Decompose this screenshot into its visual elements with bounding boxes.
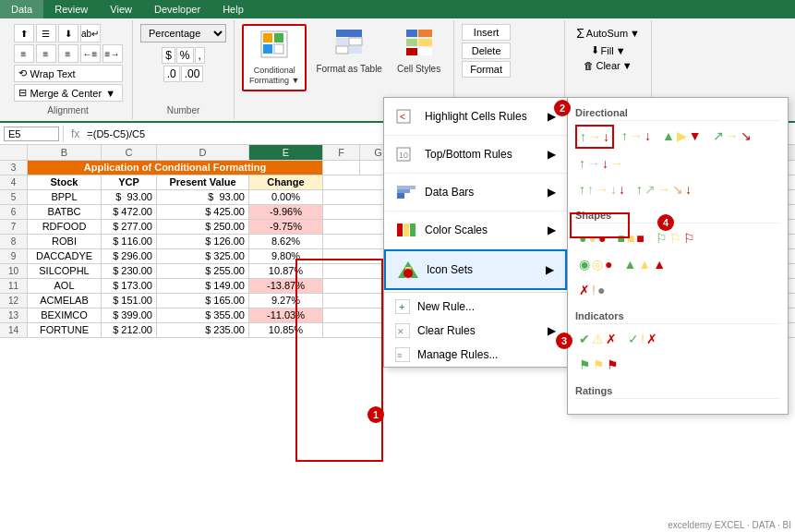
text-direction-btn[interactable]: ab↵: [80, 24, 101, 42]
cell-f3[interactable]: [323, 161, 360, 175]
cell-change-0[interactable]: 0.00%: [249, 190, 323, 204]
tab-view[interactable]: View: [99, 0, 143, 18]
align-left-btn[interactable]: ≡: [14, 44, 34, 63]
cell-stock-8[interactable]: BEXIMCO: [28, 308, 102, 322]
cell-pv-9[interactable]: $ 235.00: [157, 323, 249, 337]
tab-help[interactable]: Help: [211, 0, 255, 18]
cell-ycp-7[interactable]: $ 151.00: [102, 294, 157, 308]
cell-pv-6[interactable]: $ 149.00: [157, 279, 249, 293]
col-header-f[interactable]: F: [323, 145, 360, 160]
autosum-button[interactable]: Σ AutoSum ▼: [572, 24, 644, 42]
cell-change-9[interactable]: 10.85%: [249, 323, 323, 337]
cell-ycp-6[interactable]: $ 173.00: [102, 279, 157, 293]
header-ycp[interactable]: YCP: [102, 175, 157, 189]
insert-button[interactable]: Insert: [462, 24, 511, 41]
cell-ycp-9[interactable]: $ 212.00: [102, 323, 157, 337]
increase-decimal-btn[interactable]: .00: [181, 66, 204, 82]
dollar-btn[interactable]: $: [162, 47, 175, 64]
indent-decrease-btn[interactable]: ←≡: [80, 44, 101, 63]
cell-ycp-8[interactable]: $ 399.00: [102, 308, 157, 322]
merge-center-button[interactable]: ⊟ Merge & Center ▼: [14, 84, 123, 102]
align-right-btn[interactable]: ≡: [58, 44, 78, 63]
cell-pv-5[interactable]: $ 255.00: [157, 264, 249, 278]
directional-group-2[interactable]: ↑ → ↓: [618, 125, 655, 149]
cell-stock-5[interactable]: SILCOPHL: [28, 264, 102, 278]
cell-ycp-0[interactable]: $ 93.00: [102, 190, 157, 204]
menu-clear-rules[interactable]: ✕ Clear Rules ▶: [384, 319, 567, 343]
directional-group-1[interactable]: ↑ → ↓: [575, 125, 614, 149]
format-button[interactable]: Format: [462, 61, 511, 78]
menu-top-bottom[interactable]: 10 Top/Bottom Rules ▶: [384, 136, 567, 174]
cell-change-5[interactable]: 10.87%: [249, 264, 323, 278]
cell-change-8[interactable]: -11.03%: [249, 308, 323, 322]
cell-stock-6[interactable]: AOL: [28, 279, 102, 293]
cell-ycp-5[interactable]: $ 230.00: [102, 264, 157, 278]
menu-new-rule[interactable]: + New Rule...: [384, 295, 567, 319]
cell-stock-9[interactable]: FORTUNE: [28, 323, 102, 337]
menu-color-scales[interactable]: Color Scales ▶: [384, 212, 567, 249]
menu-data-bars[interactable]: Data Bars ▶: [384, 174, 567, 212]
cell-reference-input[interactable]: [4, 127, 59, 141]
cell-ycp-1[interactable]: $ 472.00: [102, 205, 157, 219]
cell-styles-button[interactable]: Cell Styles: [391, 24, 446, 79]
cell-pv-2[interactable]: $ 250.00: [157, 220, 249, 234]
shapes-g-1[interactable]: ● ● ●: [575, 227, 609, 249]
wrap-text-button[interactable]: ⟲ Wrap Text: [14, 65, 123, 82]
ind-g-3[interactable]: ⚑ ⚑ ⚑: [575, 354, 622, 376]
cell-pv-3[interactable]: $ 126.00: [157, 235, 249, 248]
cell-stock-4[interactable]: DACCADYE: [28, 249, 102, 263]
align-center-btn[interactable]: ≡: [36, 44, 56, 63]
cell-stock-2[interactable]: RDFOOD: [28, 220, 102, 234]
directional-group-4[interactable]: ↗ → ↘: [709, 125, 755, 149]
col-header-c[interactable]: C: [102, 145, 157, 160]
col-header-d[interactable]: D: [157, 145, 249, 160]
number-format-select[interactable]: Percentage: [140, 24, 226, 42]
cell-pv-8[interactable]: $ 355.00: [157, 308, 249, 322]
clear-button[interactable]: 🗑 Clear ▼: [580, 58, 635, 73]
dir-g-6[interactable]: ↑ ↑ → ↓ ↓: [575, 178, 629, 200]
shapes-g-3[interactable]: ⚐ ⚐ ⚐: [652, 227, 699, 249]
col-header-e[interactable]: E: [249, 145, 323, 160]
ind-g-1[interactable]: ✔ ⚠ ✗: [575, 328, 620, 350]
cell-pv-0[interactable]: $ 93.00: [157, 190, 249, 204]
menu-highlight-cells[interactable]: < Highlight Cells Rules ▶: [384, 98, 567, 136]
delete-button[interactable]: Delete: [462, 42, 511, 59]
cell-change-3[interactable]: 8.62%: [249, 235, 323, 248]
cell-stock-7[interactable]: ACMELAB: [28, 294, 102, 308]
cell-ycp-3[interactable]: $ 116.00: [102, 235, 157, 248]
align-bottom-btn[interactable]: ⬇: [58, 24, 78, 42]
shapes-g-2[interactable]: ■ ■ ■: [613, 227, 647, 249]
cell-change-1[interactable]: -9.96%: [249, 205, 323, 219]
indent-increase-btn[interactable]: ≡→: [102, 44, 123, 63]
shapes-g-5[interactable]: ▲ ▲ ▲: [620, 253, 669, 275]
cell-change-2[interactable]: -9.75%: [249, 220, 323, 234]
conditional-formatting-button[interactable]: ConditionalFormatting ▼: [242, 24, 307, 91]
menu-icon-sets[interactable]: Icon Sets ▶: [384, 249, 567, 290]
cell-pv-7[interactable]: $ 165.00: [157, 294, 249, 308]
tab-review[interactable]: Review: [43, 0, 99, 18]
directional-group-5[interactable]: ↑ → ↓ →: [575, 152, 627, 175]
align-top-btn[interactable]: ⬆: [14, 24, 34, 42]
header-change[interactable]: Change: [249, 175, 323, 189]
cell-change-6[interactable]: -13.87%: [249, 279, 323, 293]
comma-btn[interactable]: ,: [195, 47, 205, 64]
header-present-value[interactable]: Present Value: [157, 175, 249, 189]
cell-stock-1[interactable]: BATBC: [28, 205, 102, 219]
header-stock[interactable]: Stock: [28, 175, 102, 189]
ind-g-2[interactable]: ✓ ! ✗: [624, 328, 661, 350]
shapes-g-4[interactable]: ◉ ◎ ●: [575, 253, 616, 275]
col-header-b[interactable]: B: [28, 145, 102, 160]
menu-manage-rules[interactable]: ≡ Manage Rules...: [384, 343, 567, 367]
cell-ycp-2[interactable]: $ 277.00: [102, 220, 157, 234]
decrease-decimal-btn[interactable]: .0: [163, 66, 180, 82]
dir-g-7[interactable]: ↑ ↗ → ↘ ↓: [632, 178, 695, 200]
directional-group-3[interactable]: ▲ ▶ ▼: [658, 125, 705, 149]
cell-pv-4[interactable]: $ 325.00: [157, 249, 249, 263]
cell-pv-1[interactable]: $ 425.00: [157, 205, 249, 219]
shapes-g-6[interactable]: ✗ ! ●: [575, 279, 608, 301]
cell-change-4[interactable]: 9.80%: [249, 249, 323, 263]
cell-stock-0[interactable]: BPPL: [28, 190, 102, 204]
cell-change-7[interactable]: 9.27%: [249, 294, 323, 308]
tab-data[interactable]: Data: [0, 0, 43, 18]
align-middle-btn[interactable]: ☰: [36, 24, 56, 42]
